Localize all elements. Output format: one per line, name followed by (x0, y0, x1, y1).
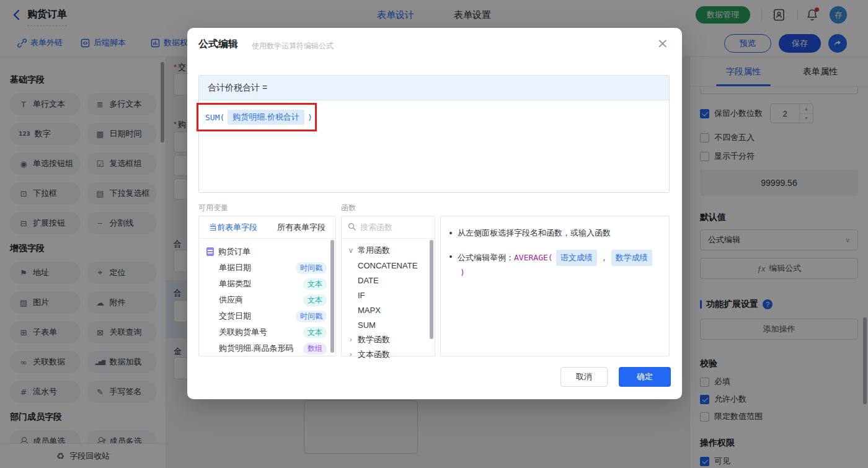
search-icon (348, 222, 356, 233)
variable-row[interactable]: 关联购货单号文本 (199, 324, 335, 340)
function-search[interactable] (342, 216, 435, 239)
variables-panel: 当前表单字段 所有表单字段 购货订单 单据日期时间戳 单据类型文本 供应商文本 … (198, 216, 336, 356)
bullet-dot (450, 232, 452, 234)
functions-caption: 函数 (341, 203, 356, 213)
example-field-chip: 数学成绩 (611, 250, 652, 266)
formula-input-area[interactable]: SUM( 购货明细.价税合计 ) (199, 100, 669, 192)
function-group-math[interactable]: ›数学函数 (342, 332, 435, 347)
modal-subtitle: 使用数学运算符编辑公式 (252, 41, 334, 51)
tab-current-form-fields[interactable]: 当前表单字段 (199, 222, 267, 233)
formula-editor-box: 合计价税合计 = SUM( 购货明细.价税合计 ) (198, 75, 670, 193)
example-close-paren: ) (460, 266, 465, 280)
bullet-dot (450, 255, 452, 258)
type-badge: 时间戳 (296, 311, 327, 322)
function-group-common[interactable]: ∨常用函数 (342, 243, 435, 258)
type-badge: 文本 (303, 327, 327, 338)
app-window: 购货订单 表单设计 表单设置 数据管理 存 表单外链 后端脚本 数据权限 预览 … (0, 0, 868, 468)
variable-row[interactable]: 供应商文本 (199, 292, 335, 308)
tab-all-form-fields[interactable]: 所有表单字段 (267, 222, 335, 233)
variables-root-node[interactable]: 购货订单 (199, 244, 335, 260)
type-badge: 数组 (303, 343, 327, 355)
type-badge: 文本 (303, 294, 327, 306)
variables-scrollbar[interactable] (330, 240, 334, 353)
document-icon (206, 247, 214, 256)
modal-title: 公式编辑 (198, 38, 238, 51)
functions-scrollbar[interactable] (430, 240, 433, 339)
type-badge: 时间戳 (296, 262, 327, 274)
function-item[interactable]: MAPX (342, 302, 435, 317)
help-line-1: 从左侧面板选择字段名和函数，或输入函数 (441, 226, 669, 240)
function-item[interactable]: DATE (342, 273, 435, 288)
variable-row[interactable]: 单据日期时间戳 (199, 260, 335, 276)
formula-function: SUM( (205, 113, 224, 122)
formula-close-paren: ) (308, 113, 312, 122)
variable-row[interactable]: 交货日期时间戳 (199, 308, 335, 324)
confirm-button[interactable]: 确定 (619, 367, 671, 387)
formula-field-chip[interactable]: 购货明细.价税合计 (228, 110, 304, 125)
function-item[interactable]: SUM (342, 317, 435, 332)
example-function: AVERAGE( (514, 251, 553, 265)
example-comma: ， (600, 251, 608, 265)
function-item[interactable]: IF (342, 288, 435, 302)
chevron-right-icon: › (348, 350, 354, 359)
variable-row[interactable]: 购货明细.商品条形码数组 (199, 340, 335, 356)
help-panel: 从左侧面板选择字段名和函数，或输入函数 公式编辑举例： AVERAGE( 语文成… (440, 216, 670, 356)
variables-caption: 可用变量 (198, 203, 228, 213)
cancel-button[interactable]: 取消 (560, 367, 608, 387)
close-icon[interactable]: × (657, 35, 668, 51)
search-input[interactable] (360, 223, 422, 232)
formula-editor-modal: 公式编辑 使用数学运算符编辑公式 × 合计价税合计 = SUM( 购货明细.价税… (187, 28, 682, 399)
functions-panel: ∨常用函数 CONCATENATE DATE IF MAPX SUM ›数学函数… (341, 216, 435, 356)
chevron-right-icon: › (348, 335, 354, 344)
function-item[interactable]: CONCATENATE (342, 258, 435, 273)
function-group-text[interactable]: ›文本函数 (342, 347, 435, 362)
help-line-2: 公式编辑举例： AVERAGE( 语文成绩 ， 数学成绩 ) (441, 250, 669, 280)
type-badge: 文本 (303, 278, 327, 290)
example-field-chip: 语文成绩 (556, 250, 597, 266)
formula-expression: SUM( 购货明细.价税合计 ) (205, 110, 312, 125)
chevron-down-icon: ∨ (348, 246, 354, 255)
variable-row[interactable]: 单据类型文本 (199, 276, 335, 292)
formula-target: 合计价税合计 = (199, 76, 669, 100)
